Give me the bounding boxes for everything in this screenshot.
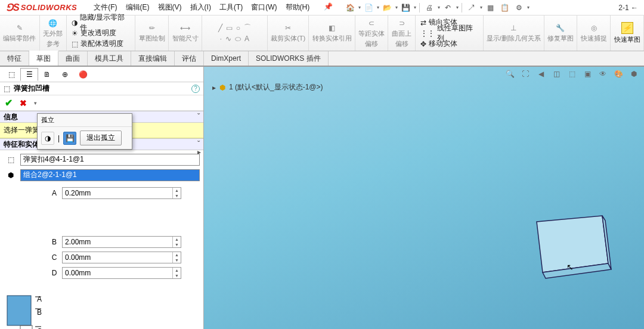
convert-icon: ◧ [327,23,337,33]
rb-linear-pattern[interactable]: ⋮⋮线性草图阵列 [420,28,478,38]
rb-sketch[interactable]: ✏草图绘制 [135,15,169,51]
rb-move[interactable]: ✥移动实体 [420,39,478,49]
dropdown-icon[interactable]: ▾ [34,100,37,106]
rb-asm-transparency[interactable]: ⬚装配体透明度 [72,39,131,49]
label: 智能尺寸 [172,34,199,43]
menu-window[interactable]: 窗口(W) [251,2,277,13]
tab-sketch[interactable]: 草图 [29,51,58,66]
chevron-down-icon[interactable]: ▾ [377,5,379,10]
zoom-area-icon[interactable]: ⛶ [519,68,532,80]
pm-tab-appearance[interactable]: 🔴 [74,68,92,81]
visibility-icon[interactable]: ◑ [41,132,54,145]
rb-offset2[interactable]: ⊃曲面上偏移 [388,15,415,51]
rb-repair[interactable]: 🔧修复草图 [544,15,578,51]
menu-view[interactable]: 视图(V) [158,2,182,13]
popup-body: ◑ | 💾 退出孤立 [38,127,132,149]
separator [419,3,420,13]
menu-edit[interactable]: 编辑(E) [126,2,150,13]
rb-draw-group[interactable]: ╱▭○⌒ ·∿⬭A [202,15,268,51]
chevron-down-icon[interactable]: ▾ [414,5,416,10]
pin-icon[interactable]: 📌 [324,2,333,13]
pm-tab-display[interactable]: ⊕ [56,68,74,81]
menu-insert[interactable]: 插入(I) [190,2,211,13]
select-icon[interactable]: 🡕 [465,2,478,14]
display-style-icon[interactable]: ▣ [581,68,594,80]
rb-snap[interactable]: ◎快速捕捉 [577,15,611,51]
pm-tab-feature-tree[interactable]: ⬚ [2,68,20,81]
tree-node-label[interactable]: 1 (默认<默认_显示状态-1@>) [229,82,323,92]
open-icon[interactable]: 📂 [380,2,394,14]
print-icon[interactable]: 🖨 [423,2,436,14]
home-icon[interactable]: 🏠 [343,2,357,14]
options-icon[interactable]: 📋 [498,2,511,14]
section-icon[interactable]: ◫ [550,68,563,80]
feature-selection-input[interactable]: 弹簧扣4@4-1-1@1 [20,154,200,166]
exit-isolate-button[interactable]: 退出孤立 [80,131,122,145]
undo-icon[interactable]: ↶ [441,2,454,14]
rb-trim[interactable]: ✂裁剪实体(T) [268,15,309,51]
dim-c-input[interactable]: 0.00mm▲▼ [62,252,181,263]
menu-items: 文件(F) 编辑(E) 视图(V) 插入(I) 工具(T) 窗口(W) 帮助(H… [94,2,333,13]
pm-tab-property[interactable]: ☰ [20,68,38,81]
chevron-down-icon[interactable]: ▾ [527,5,530,10]
rb-convert[interactable]: ◧转换实体引用 [309,15,355,51]
hide-show-icon[interactable]: 👁 [596,68,609,80]
expand-icon[interactable]: ▸ [212,83,216,92]
dim-a-row: A 0.20mm▲▼ [50,187,203,199]
tab-dimxpert[interactable]: DimXpert [204,51,249,66]
label: 信息 [4,112,18,122]
chevron-down-icon[interactable]: ▾ [395,5,398,10]
gear-icon[interactable]: ⚙ [512,2,525,14]
label: 快速捕捉 [581,34,607,43]
chevron-down-icon[interactable]: ▾ [358,5,361,10]
flyout-tree[interactable]: ▸ ⬢ 1 (默认<默认_显示状态-1@>) [212,82,323,92]
tab-features[interactable]: 特征 [0,51,29,66]
scene-icon[interactable]: ⬢ [627,68,640,80]
spinner[interactable]: ▲▼ [172,237,181,247]
spinner[interactable]: ▲▼ [172,188,181,198]
chevron-down-icon[interactable]: ▾ [480,5,482,10]
tab-mold[interactable]: 模具工具 [88,51,131,66]
ribbon: ✎ 编辑零部件 🌐 无外部 参考 ◑隐藏/显示零部件 ☀更改透明度 ⬚装配体透明… [0,15,644,51]
spinner[interactable]: ▲▼ [172,268,181,278]
rb-rapid-sketch[interactable]: ⚡快速草图 [611,15,644,51]
rb-smart-dim[interactable]: ⟷智能尺寸 [169,15,202,51]
cancel-button[interactable]: ✖ [20,98,27,108]
svg-rect-0 [7,296,31,325]
zoom-fit-icon[interactable]: 🔍 [503,68,516,80]
save-icon[interactable]: 💾 [399,2,412,14]
menu-file[interactable]: 文件(F) [94,2,117,13]
chevron-down-icon[interactable]: ▾ [438,5,440,10]
body-selection-input[interactable]: 组合2@2-1-1@1 [20,169,200,181]
menu-help[interactable]: 帮助(H) [286,2,310,13]
prev-view-icon[interactable]: ◀ [534,68,547,80]
graphics-viewport[interactable]: 🔍 ⛶ ◀ ◫ ⬚ ▣ 👁 🎨 ⬢ ▸ ⬢ 1 (默认<默认_显示状态-1@>)… [204,67,644,329]
rb-hide-show[interactable]: ◑隐藏/显示零部件 [72,17,131,27]
rebuild-icon[interactable]: ▦ [484,2,497,14]
ok-button[interactable]: ✔ [5,97,13,108]
tab-direct[interactable]: 直接编辑 [131,51,175,66]
save-isolate-icon[interactable]: 💾 [63,132,76,145]
tab-surface[interactable]: 曲面 [58,51,88,66]
view-orient-icon[interactable]: ⬚ [565,68,578,80]
appearance-icon[interactable]: 🎨 [612,68,625,80]
chevron-down-icon[interactable]: ▾ [456,5,459,10]
rb-edit-component[interactable]: ✎ 编辑零部件 [0,15,40,51]
rb-transparency[interactable]: ☀更改透明度 [72,28,131,38]
pattern-icon: ⋮⋮ [420,29,435,38]
logo: ⅁S SOLIDWORKS [0,2,83,13]
help-icon[interactable]: ? [191,85,200,93]
dim-b-input[interactable]: 2.00mm▲▼ [62,236,181,248]
label: 转换实体引用 [312,34,352,43]
dim-a-input[interactable]: 0.20mm▲▼ [62,187,181,199]
dim-d-input[interactable]: 0.00mm▲▼ [62,267,181,279]
spinner[interactable]: ▲▼ [172,252,181,263]
rb-no-ext-ref[interactable]: 🌐 无外部 参考 [40,15,67,51]
new-icon[interactable]: 📄 [362,2,375,14]
rb-offset1[interactable]: ⊂等距实体偏移 [355,15,389,51]
rb-relations[interactable]: ⊥显示/删除几何关系 [484,15,544,51]
menu-tools[interactable]: 工具(T) [219,2,243,13]
tab-evaluate[interactable]: 评估 [175,51,204,66]
tab-addins[interactable]: SOLIDWORKS 插件 [249,51,329,66]
pm-tab-config[interactable]: 🗎 [38,68,56,81]
